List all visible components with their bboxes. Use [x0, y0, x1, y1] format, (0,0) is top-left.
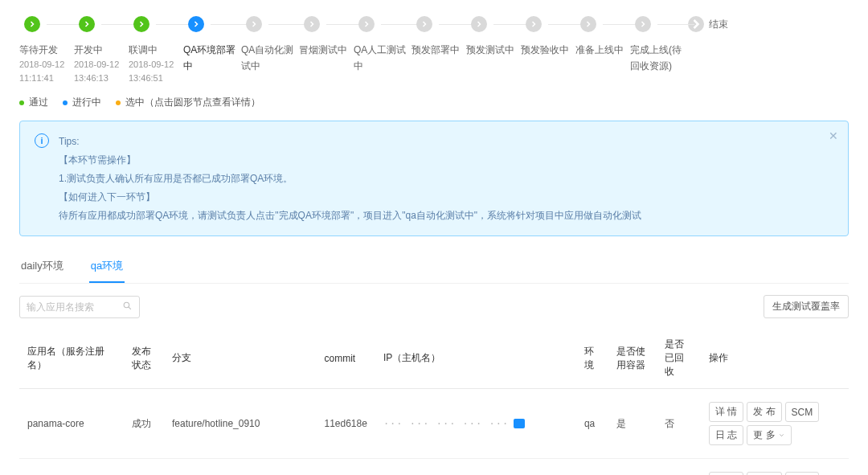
cell-branch: feature/hotline_0910 — [164, 389, 317, 459]
cell-app: ep-common-web — [19, 459, 124, 475]
tips-line: 【本环节需操作】 — [59, 151, 641, 170]
chevron-down-icon — [778, 432, 785, 439]
cell-commit: cc3a61ec — [317, 459, 375, 475]
svg-point-0 — [124, 302, 129, 308]
step-timestamp: 2018-09-12 — [74, 58, 119, 72]
step-node[interactable]: 预发部署中 — [411, 16, 466, 58]
tips-line: 待所有应用都成功部署QA环境，请测试负责人点击"完成QA环境部署"，项目进入"q… — [59, 207, 641, 225]
step-dot-icon[interactable] — [304, 16, 320, 32]
step-timestamp: 2018-09-12 — [129, 58, 174, 72]
generate-coverage-button[interactable]: 生成测试覆盖率 — [764, 295, 849, 318]
step-label: 联调中 — [129, 42, 158, 58]
step-label: 冒烟测试中 — [299, 42, 347, 58]
tips-line: 【如何进入下一环节】 — [59, 188, 641, 207]
search-input-wrap[interactable] — [19, 296, 140, 318]
step-dot-icon[interactable] — [580, 16, 596, 32]
step-dot-icon[interactable] — [188, 16, 204, 32]
close-icon[interactable]: ✕ — [829, 129, 838, 142]
step-dot-icon[interactable] — [246, 16, 262, 32]
publish-button[interactable]: 发 布 — [747, 402, 781, 422]
legend-progress-label: 进行中 — [72, 96, 101, 109]
step-node[interactable]: 等待开发 2018-09-1211:11:41 — [19, 16, 74, 84]
cell-container: 是 — [608, 389, 657, 459]
cell-ip: ··· ··· ··· ··· ··· ··· ···申请账号 — [375, 459, 576, 475]
publish-button[interactable]: 发 布 — [747, 472, 781, 475]
scm-button[interactable]: SCM — [785, 402, 820, 422]
legend-progress-swatch — [63, 100, 68, 105]
step-label: QA环境部署中 — [183, 42, 241, 75]
th-env: 环境 — [576, 328, 608, 389]
step-dot-icon[interactable] — [79, 16, 95, 32]
step-node[interactable]: QA环境部署中 — [183, 16, 241, 75]
step-label: 准备上线中 — [575, 42, 624, 58]
cell-commit: 11ed618e — [317, 389, 375, 459]
step-end-label: 结束 — [709, 18, 728, 31]
cell-container: 否 — [608, 459, 657, 475]
ip-tag-icon — [514, 419, 525, 428]
step-node[interactable]: 完成上线(待回收资源) — [630, 16, 688, 75]
step-timestamp: 2018-09-12 — [19, 58, 64, 72]
cell-env: qa — [576, 389, 608, 459]
detail-button[interactable]: 详 情 — [709, 402, 743, 422]
legend-selected-label: 选中（点击圆形节点查看详情） — [125, 96, 260, 109]
step-dot-icon[interactable] — [24, 16, 40, 32]
detail-button[interactable]: 详 情 — [709, 472, 743, 475]
th-app: 应用名（服务注册名） — [19, 328, 124, 389]
cell-ip: ··· ··· ··· ··· ··· — [375, 389, 576, 459]
step-node[interactable]: QA自动化测试中 — [241, 16, 299, 75]
step-dot-icon[interactable] — [133, 16, 149, 32]
th-status: 发布状态 — [124, 328, 164, 389]
step-label: 预发部署中 — [411, 42, 460, 58]
step-dot-icon[interactable] — [416, 16, 432, 32]
svg-line-1 — [129, 307, 131, 309]
log-button[interactable]: 日 志 — [709, 425, 743, 445]
legend-selected-swatch — [116, 100, 121, 105]
step-node[interactable]: 开发中 2018-09-1213:46:13 — [74, 16, 129, 84]
th-recycled: 是否已回收 — [657, 328, 701, 389]
step-timestamp: 13:46:13 — [74, 72, 108, 85]
step-timestamp: 11:11:41 — [19, 72, 54, 85]
more-button[interactable]: 更 多 — [747, 425, 791, 445]
th-container: 是否使用容器 — [608, 328, 657, 389]
legend-pass-swatch — [19, 100, 24, 105]
step-dot-icon[interactable] — [526, 16, 542, 32]
workflow-stepper: 等待开发 2018-09-1211:11:41 开发中 2018-09-1213… — [19, 16, 849, 84]
step-dot-icon[interactable] — [635, 16, 651, 32]
tips-title: Tips: — [59, 133, 641, 151]
table-row: ep-common-web 成功 feature/hotline5_201809… — [19, 459, 849, 475]
th-ip: IP（主机名） — [375, 328, 576, 389]
tips-panel: i Tips: 【本环节需操作】 1.测试负责人确认所有应用是否都已成功部署QA… — [19, 121, 849, 236]
apps-table: 应用名（服务注册名） 发布状态 分支 commit IP（主机名） 环境 是否使… — [19, 328, 849, 475]
step-label: 开发中 — [74, 42, 103, 58]
step-dot-icon[interactable] — [471, 16, 487, 32]
ip-masked: ··· ··· ··· ··· ··· — [383, 418, 525, 429]
step-label: QA自动化测试中 — [241, 42, 299, 75]
step-node[interactable]: 准备上线中 — [575, 16, 630, 58]
cell-recycled: 否 — [657, 459, 701, 475]
scm-button[interactable]: SCM — [785, 472, 820, 475]
step-dot-icon[interactable] — [358, 16, 375, 32]
search-input[interactable] — [27, 301, 122, 313]
step-node[interactable]: 预发验收中 — [521, 16, 575, 58]
legend: 通过 进行中 选中（点击圆形节点查看详情） — [19, 96, 849, 109]
step-timestamp: 13:46:51 — [129, 72, 163, 85]
cell-recycled: 否 — [657, 389, 701, 459]
cell-app: panama-core — [19, 389, 124, 459]
step-node[interactable]: 预发测试中 — [466, 16, 521, 58]
env-tabs: daily环境 qa环境 — [19, 251, 849, 284]
cell-branch: feature/hotline5_20180912_hhb — [164, 459, 317, 475]
th-ops: 操作 — [701, 328, 849, 389]
cell-ops: 详 情 发 布 SCM 日 志 更 多 — [701, 389, 849, 459]
th-commit: commit — [317, 328, 375, 389]
tab-qa[interactable]: qa环境 — [89, 251, 125, 283]
tips-line: 1.测试负责人确认所有应用是否都已成功部署QA环境。 — [59, 170, 641, 188]
step-node[interactable]: QA人工测试中 — [354, 16, 411, 75]
step-node[interactable]: 冒烟测试中 — [299, 16, 354, 58]
step-label: 预发验收中 — [521, 42, 569, 58]
search-icon[interactable] — [122, 301, 133, 313]
step-label: QA人工测试中 — [354, 42, 411, 75]
tab-daily[interactable]: daily环境 — [19, 251, 65, 283]
info-icon: i — [35, 133, 49, 148]
th-branch: 分支 — [164, 328, 317, 389]
step-node[interactable]: 联调中 2018-09-1213:46:51 — [129, 16, 183, 84]
